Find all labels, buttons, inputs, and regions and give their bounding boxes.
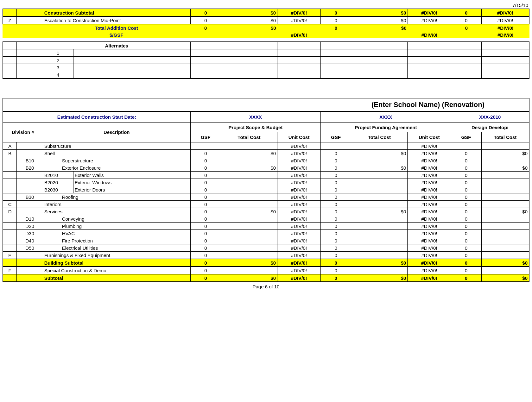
esc-v6: 0 xyxy=(451,16,481,24)
table-row: D30HVAC0#DIV/0!0#DIV/0!0 xyxy=(3,230,529,237)
alternate-row: 1 xyxy=(3,49,529,57)
table-row: B2030Exterior Doors0#DIV/0!0#DIV/0!0 xyxy=(3,186,529,193)
sp-7 xyxy=(481,267,529,274)
table-row: B20Exterior Enclosure0$0#DIV/0!0$0#DIV/0… xyxy=(3,164,529,172)
tac-v3: $0 xyxy=(351,24,408,31)
bs-0: 0 xyxy=(190,259,221,267)
alternates-table: Alternates 1234 xyxy=(3,41,529,79)
sub-uc-0: Unit Cost xyxy=(277,132,321,142)
table-row: D40Fire Protection0#DIV/0!0#DIV/0!0 xyxy=(3,237,529,244)
building-subtotal-label: Building Subtotal xyxy=(43,259,190,267)
cs-v2: #DIV/0! xyxy=(277,9,321,16)
table-row: EFurnishings & Fixed Equipment0#DIV/0!0#… xyxy=(3,252,529,259)
pg-v2: #DIV/0! xyxy=(482,31,529,38)
subtotal-label: Subtotal xyxy=(43,274,190,282)
tac-v0: 0 xyxy=(190,24,221,31)
sub-tc-2: Total Cost xyxy=(481,132,529,142)
alternates-header: Alternates xyxy=(43,42,190,49)
sp-2: #DIV/0! xyxy=(277,267,321,274)
top-subtotal-table: Construction Subtotal 0 $0 #DIV/0! 0 $0 … xyxy=(3,9,529,24)
st-3: 0 xyxy=(321,274,351,282)
total-addition-label: Total Addition Cost xyxy=(42,24,190,31)
alternate-row: 4 xyxy=(3,71,529,79)
construction-subtotal-label: Construction Subtotal xyxy=(43,9,190,16)
description-label: Description xyxy=(43,122,190,142)
table-row: D20Plumbing0#DIV/0!0#DIV/0!0 xyxy=(3,223,529,230)
total-addition-table: Total Addition Cost 0 $0 0 $0 0 #DIV/0! … xyxy=(3,24,529,38)
bs-5: #DIV/0! xyxy=(408,259,451,267)
sp-3: 0 xyxy=(321,267,351,274)
st-1: $0 xyxy=(221,274,277,282)
sub-uc-1: Unit Cost xyxy=(408,132,451,142)
start-date-label: Estimated Construction Start Date: xyxy=(3,111,190,122)
group-1: Project Funding Agreement xyxy=(321,122,451,132)
sub-gsf-0: GSF xyxy=(190,132,221,142)
esc-v0: 0 xyxy=(190,16,221,24)
cs-v4: $0 xyxy=(351,9,408,16)
tac-v5: #DIV/0! xyxy=(482,24,529,31)
special-code: F xyxy=(3,267,17,274)
sub-tc-1: Total Cost xyxy=(351,132,408,142)
tac-v2: 0 xyxy=(321,24,351,31)
sp-6: 0 xyxy=(451,267,481,274)
sub-gsf-2: GSF xyxy=(451,132,481,142)
esc-v3: 0 xyxy=(321,16,351,24)
date-1: XXXX xyxy=(321,111,451,122)
page-footer: Page 6 of 10 xyxy=(3,284,529,289)
esc-v5: #DIV/0! xyxy=(408,16,451,24)
bs-3: 0 xyxy=(321,259,351,267)
table-row: CInteriors0#DIV/0!0#DIV/0!0 xyxy=(3,201,529,208)
per-gsf-label: $/GSF xyxy=(42,31,190,38)
bs-2: #DIV/0! xyxy=(277,259,321,267)
sp-1 xyxy=(221,267,277,274)
table-row: B2010Exterior Walls0#DIV/0!0#DIV/0!0 xyxy=(3,172,529,179)
esc-code: Z xyxy=(3,16,17,24)
table-row: BShell0$0#DIV/0!0$0#DIV/0!0$0 xyxy=(3,150,529,157)
division-label: Division # xyxy=(3,122,43,142)
esc-v7: #DIV/0! xyxy=(481,16,529,24)
esc-v1: $0 xyxy=(221,16,277,24)
table-row: B2020Exterior Windows0#DIV/0!0#DIV/0!0 xyxy=(3,179,529,186)
pg-v0: #DIV/0! xyxy=(277,31,321,38)
st-5: #DIV/0! xyxy=(408,274,451,282)
cs-v1: $0 xyxy=(221,9,277,16)
st-0: 0 xyxy=(190,274,221,282)
bs-4: $0 xyxy=(351,259,408,267)
table-row: B10Superstructure0#DIV/0!0#DIV/0!0 xyxy=(3,157,529,164)
alternate-row: 2 xyxy=(3,57,529,64)
st-4: $0 xyxy=(351,274,408,282)
sp-0: 0 xyxy=(190,267,221,274)
alternate-row: 3 xyxy=(3,64,529,71)
tac-v4: 0 xyxy=(451,24,482,31)
lower-table: (Enter School Name) (Renovation) Estimat… xyxy=(3,98,529,282)
st-2: #DIV/0! xyxy=(277,274,321,282)
sub-tc-0: Total Cost xyxy=(221,132,277,142)
sp-4 xyxy=(351,267,408,274)
special-label: Special Construction & Demo xyxy=(43,267,190,274)
cs-v0: 0 xyxy=(190,9,221,16)
cs-v5: #DIV/0! xyxy=(408,9,451,16)
table-row: D10Conveying0#DIV/0!0#DIV/0!0 xyxy=(3,215,529,223)
table-row: ASubstructure#DIV/0!#DIV/0! xyxy=(3,142,529,150)
date-0: XXXX xyxy=(190,111,320,122)
esc-v4: $0 xyxy=(351,16,408,24)
date-top: 7/15/10 xyxy=(3,3,529,8)
cs-v6: 0 xyxy=(451,9,481,16)
date-2: XXX-2010 xyxy=(451,111,529,122)
table-row: D50Electrical Utilities0#DIV/0!0#DIV/0!0 xyxy=(3,244,529,252)
tac-v1: $0 xyxy=(221,24,277,31)
school-title: (Enter School Name) (Renovation) xyxy=(371,101,484,109)
table-row: B30Roofing0#DIV/0!0#DIV/0!0 xyxy=(3,193,529,201)
esc-v2: #DIV/0! xyxy=(277,16,321,24)
bs-7: $0 xyxy=(481,259,529,267)
bs-1: $0 xyxy=(221,259,277,267)
pg-v1: #DIV/0! xyxy=(408,31,451,38)
group-2: Design Developi xyxy=(451,122,529,132)
st-6: 0 xyxy=(451,274,481,282)
table-row: DServices0$0#DIV/0!0$0#DIV/0!0$0 xyxy=(3,208,529,215)
escalation-label: Escalation to Construction Mid-Point xyxy=(43,16,190,24)
cs-v7: #DIV/0! xyxy=(481,9,529,16)
st-7: $0 xyxy=(481,274,529,282)
sp-5: #DIV/0! xyxy=(408,267,451,274)
bs-6: 0 xyxy=(451,259,481,267)
